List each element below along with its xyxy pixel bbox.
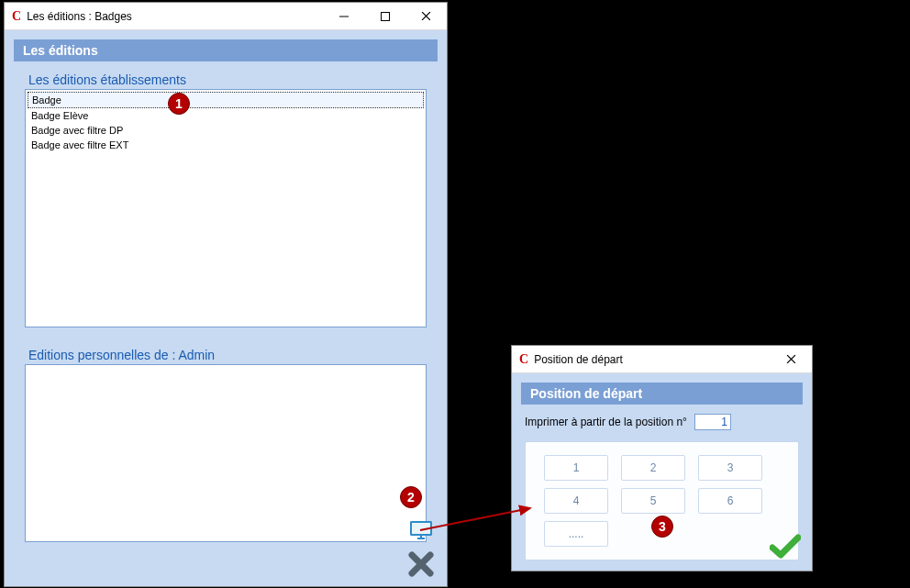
app-icon: C	[12, 9, 21, 24]
panel-title: Les éditions	[14, 39, 438, 61]
annotation-marker-3: 3	[651, 516, 673, 538]
position-cell-more[interactable]: .....	[544, 521, 608, 547]
personal-listbox[interactable]	[25, 364, 427, 542]
section-personal-label: Editions personnelles de : Admin	[25, 342, 427, 364]
annotation-marker-2: 2	[400, 486, 422, 508]
window-content: Les éditions Les éditions établissements…	[5, 30, 447, 586]
position-cell-5[interactable]: 5	[621, 488, 685, 514]
establishments-listbox[interactable]: Badge Badge Elève Badge avec filtre DP B…	[25, 89, 427, 327]
dialog-panel-title: Position de départ	[521, 383, 803, 405]
svg-rect-0	[381, 12, 389, 20]
confirm-icon[interactable]	[770, 534, 801, 563]
list-item[interactable]: Badge	[28, 92, 424, 108]
position-cell-2[interactable]: 2	[621, 455, 685, 481]
list-item[interactable]: Badge avec filtre EXT	[28, 138, 424, 152]
list-item[interactable]: Badge Elève	[28, 108, 424, 123]
svg-rect-2	[411, 522, 431, 535]
position-cell-4[interactable]: 4	[544, 488, 608, 514]
preview-icon[interactable]	[408, 520, 434, 546]
position-cell-3[interactable]: 3	[698, 455, 762, 481]
maximize-button[interactable]	[364, 3, 405, 29]
position-field-label: Imprimer à partir de la position n°	[525, 416, 687, 428]
position-input[interactable]	[694, 414, 731, 430]
position-grid-box: 1 2 3 4 5 6 .....	[525, 441, 799, 560]
close-button[interactable]	[771, 346, 812, 372]
titlebar: C Les éditions : Badges	[5, 3, 447, 30]
app-icon: C	[519, 352, 528, 367]
action-column	[408, 520, 434, 581]
list-item[interactable]: Badge avec filtre DP	[28, 123, 424, 138]
close-icon[interactable]	[408, 551, 434, 581]
minimize-button[interactable]	[323, 3, 364, 29]
annotation-marker-1: 1	[168, 93, 190, 115]
dialog-title: Position de départ	[534, 353, 771, 366]
position-field-row: Imprimer à partir de la position n°	[521, 405, 803, 441]
close-button[interactable]	[405, 3, 447, 29]
titlebar: C Position de départ	[512, 346, 812, 373]
editions-window: C Les éditions : Badges Les éditions Les…	[4, 2, 448, 587]
position-cell-1[interactable]: 1	[544, 455, 608, 481]
window-title: Les éditions : Badges	[27, 10, 323, 23]
dialog-content: Position de départ Imprimer à partir de …	[512, 373, 812, 571]
position-cell-6[interactable]: 6	[698, 488, 762, 514]
section-establishments-label: Les éditions établissements	[25, 67, 427, 89]
